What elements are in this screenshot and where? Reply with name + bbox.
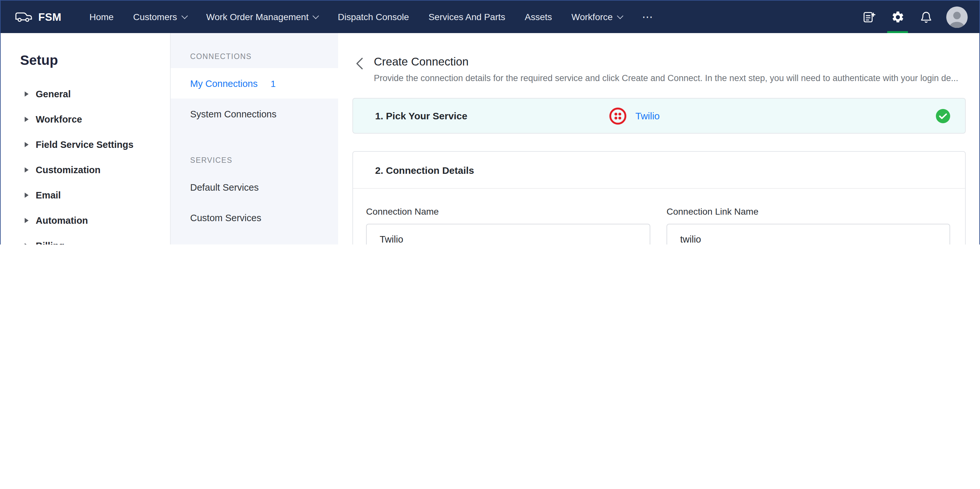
header-text: Create Connection Provide the connection…	[374, 55, 966, 83]
nav-more-button[interactable]: ⋯	[632, 1, 663, 33]
panel-item-system-connections[interactable]: System Connections	[171, 98, 338, 129]
brand[interactable]: FSM	[15, 11, 61, 23]
connection-link-name-input[interactable]	[667, 224, 950, 244]
nav-item-services-and-parts[interactable]: Services And Parts	[418, 1, 515, 33]
sidebar-item-label: General	[36, 89, 71, 99]
sidebar-item-workforce[interactable]: Workforce	[1, 106, 170, 132]
connection-link-name-label: Connection Link Name	[667, 206, 950, 217]
nav-item-customers[interactable]: Customers	[123, 1, 196, 33]
section-header-services: SERVICES	[171, 129, 338, 172]
nav-item-workforce[interactable]: Workforce	[562, 1, 632, 33]
setup-title: Setup	[1, 50, 170, 81]
caret-right-icon	[25, 192, 29, 197]
panel-item-label: System Connections	[190, 109, 277, 119]
step2-card: 2. Connection Details Connection Name Co…	[352, 151, 966, 244]
connection-name-label: Connection Name	[366, 206, 650, 217]
step1-card: 1. Pick Your Service Twilio	[352, 98, 966, 133]
sidebar-item-label: Billing	[36, 240, 65, 244]
main-content: Create Connection Provide the connection…	[338, 33, 979, 244]
caret-right-icon	[25, 116, 29, 122]
nav-item-assets[interactable]: Assets	[515, 1, 562, 33]
connection-name-input[interactable]	[366, 224, 650, 244]
step1-title: 1. Pick Your Service	[375, 110, 467, 121]
panel-item-custom-services[interactable]: Custom Services	[171, 202, 338, 233]
more-ellipsis-icon: ⋯	[642, 10, 654, 24]
my-connections-count: 1	[270, 78, 276, 89]
chevron-down-icon	[617, 12, 624, 19]
navbar-actions	[857, 1, 968, 33]
user-avatar[interactable]	[946, 6, 968, 27]
chevron-down-icon	[313, 12, 319, 19]
notifications-bell-icon[interactable]	[914, 1, 939, 33]
page-subtitle: Provide the connection details for the r…	[374, 73, 964, 83]
nav-item-home[interactable]: Home	[80, 1, 123, 33]
page-title: Create Connection	[374, 55, 966, 69]
nav-item-label: Home	[89, 12, 114, 22]
chevron-down-icon	[181, 12, 188, 19]
nav-item-label: Work Order Management	[206, 12, 309, 22]
setup-sidebar: Setup General Workforce Field Service Se…	[1, 33, 171, 244]
app-body: Setup General Workforce Field Service Se…	[1, 33, 979, 244]
step-complete-check-icon	[935, 108, 951, 124]
connection-form: Connection Name Connection Link Name	[353, 189, 965, 244]
caret-right-icon	[25, 218, 29, 223]
sidebar-item-label: Field Service Settings	[36, 139, 134, 149]
panel-item-label: Custom Services	[190, 213, 261, 223]
panel-item-label: My Connections	[190, 78, 258, 89]
connection-link-name-field: Connection Link Name	[667, 206, 950, 244]
sidebar-item-label: Email	[36, 190, 61, 200]
nav-item-label: Workforce	[571, 12, 612, 22]
sidebar-item-customization[interactable]: Customization	[1, 157, 170, 182]
caret-right-icon	[25, 142, 29, 147]
settings-gear-icon[interactable]	[885, 1, 910, 33]
nav-item-label: Services And Parts	[428, 12, 505, 22]
step2-title: 2. Connection Details	[353, 152, 965, 189]
sidebar-item-label: Customization	[36, 164, 100, 175]
sidebar-item-label: Automation	[36, 215, 88, 225]
panel-item-my-connections[interactable]: My Connections 1	[171, 68, 338, 98]
caret-right-icon	[25, 91, 29, 96]
nav-item-label: Dispatch Console	[338, 12, 409, 22]
fsm-van-logo-icon	[15, 11, 32, 23]
service-name-link[interactable]: Twilio	[635, 110, 660, 121]
sidebar-item-general[interactable]: General	[1, 81, 170, 106]
twilio-logo-icon	[609, 107, 627, 125]
nav-item-dispatch-console[interactable]: Dispatch Console	[328, 1, 418, 33]
nav-item-work-order-management[interactable]: Work Order Management	[197, 1, 328, 33]
nav-item-label: Customers	[133, 12, 177, 22]
sidebar-item-label: Workforce	[36, 114, 82, 124]
compose-icon[interactable]	[857, 1, 881, 33]
sidebar-item-email[interactable]: Email	[1, 182, 170, 208]
main-nav: Home Customers Work Order Management Dis…	[80, 1, 663, 33]
sidebar-item-field-service-settings[interactable]: Field Service Settings	[1, 132, 170, 157]
section-header-connections: CONNECTIONS	[171, 33, 338, 68]
sidebar-item-billing[interactable]: Billing	[1, 233, 170, 244]
connection-name-field: Connection Name	[366, 206, 650, 244]
selected-service: Twilio	[609, 107, 660, 125]
app-window: FSM Home Customers Work Order Management…	[0, 0, 980, 244]
panel-item-label: Default Services	[190, 182, 259, 192]
back-arrow-icon[interactable]	[356, 57, 363, 70]
connections-panel: CONNECTIONS My Connections 1 System Conn…	[171, 33, 338, 244]
content-header: Create Connection Provide the connection…	[338, 33, 979, 83]
panel-item-default-services[interactable]: Default Services	[171, 172, 338, 202]
caret-right-icon	[25, 243, 29, 244]
caret-right-icon	[25, 167, 29, 172]
sidebar-item-automation[interactable]: Automation	[1, 208, 170, 233]
nav-item-label: Assets	[525, 12, 552, 22]
top-navbar: FSM Home Customers Work Order Management…	[1, 1, 979, 33]
brand-name: FSM	[38, 11, 61, 23]
